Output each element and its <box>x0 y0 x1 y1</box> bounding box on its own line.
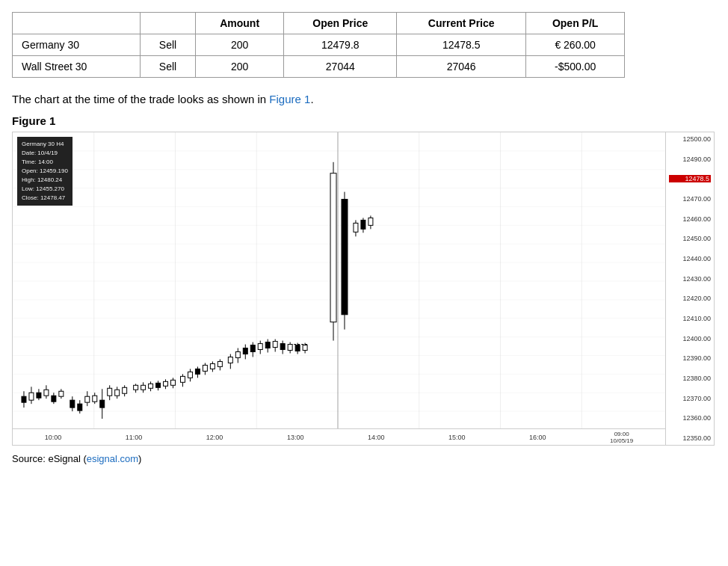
info-line: Time: 14:00 <box>22 158 68 167</box>
svg-rect-40 <box>85 396 90 402</box>
svg-rect-42 <box>93 396 97 402</box>
svg-rect-90 <box>280 344 285 350</box>
svg-rect-78 <box>235 352 240 358</box>
current-price: 12478.5 <box>397 34 526 56</box>
y-label: 12478.5 <box>669 175 711 182</box>
col-header-amount: Amount <box>195 13 284 34</box>
svg-rect-107 <box>368 218 373 225</box>
svg-rect-72 <box>210 363 215 369</box>
svg-rect-62 <box>171 380 176 385</box>
col-header-action <box>141 13 196 34</box>
svg-rect-68 <box>195 369 200 374</box>
x-label: 09:0010/05/19 <box>610 431 633 444</box>
y-label: 12490.00 <box>669 156 711 163</box>
svg-rect-48 <box>115 390 120 396</box>
y-label: 12420.00 <box>669 295 711 302</box>
info-line: Open: 12459.190 <box>22 167 68 176</box>
source-text: Source: eSignal (esignal.com) <box>12 453 716 464</box>
info-line: Date: 10/4/19 <box>22 149 68 158</box>
svg-rect-97 <box>303 345 307 351</box>
open-price: 27044 <box>284 56 397 78</box>
y-label: 12390.00 <box>669 354 711 362</box>
svg-rect-76 <box>228 357 232 363</box>
col-header-instrument <box>13 13 141 34</box>
svg-rect-74 <box>218 361 222 366</box>
svg-rect-93 <box>288 345 292 351</box>
svg-rect-46 <box>108 388 112 396</box>
table-row: Germany 30 Sell 200 12479.8 12478.5 € 26… <box>13 34 625 56</box>
x-label: 16:00 <box>529 434 546 441</box>
info-line: Low: 12455.270 <box>22 185 68 194</box>
svg-rect-58 <box>156 383 161 387</box>
y-label: 12500.00 <box>669 135 711 143</box>
col-header-open-price: Open Price <box>284 13 397 34</box>
y-axis: 12500.00 12490.00 12478.5 12470.00 12460… <box>665 132 714 445</box>
svg-rect-34 <box>59 391 64 396</box>
y-label: 12460.00 <box>669 215 711 223</box>
x-label: 11:00 <box>126 434 143 441</box>
open-pl: € 260.00 <box>526 34 625 56</box>
description-text-after: . <box>310 93 313 105</box>
instrument-name: Germany 30 <box>13 34 141 56</box>
svg-rect-50 <box>123 387 127 393</box>
svg-rect-64 <box>180 376 185 382</box>
info-line: Germany 30 H4 <box>22 140 68 149</box>
svg-rect-105 <box>361 220 365 229</box>
source-suffix: ) <box>138 453 141 464</box>
figure1-chart: Germany 30 H4 Date: 10/4/19 Time: 14:00 … <box>12 132 715 446</box>
svg-rect-26 <box>29 393 34 400</box>
x-label: 13:00 <box>287 434 304 441</box>
svg-rect-28 <box>37 393 41 398</box>
amount: 200 <box>195 34 284 56</box>
col-header-open-pl: Open P/L <box>526 13 625 34</box>
x-label: 12:00 <box>206 434 223 441</box>
y-label: 12400.00 <box>669 335 711 342</box>
svg-rect-86 <box>265 342 270 348</box>
col-header-current-price: Current Price <box>397 13 526 34</box>
svg-rect-44 <box>100 400 105 407</box>
figure1-link[interactable]: Figure 1 <box>269 93 310 105</box>
svg-rect-80 <box>243 348 247 354</box>
svg-rect-30 <box>44 390 49 396</box>
action: Sell <box>141 34 196 56</box>
y-label: 12360.00 <box>669 414 711 422</box>
svg-rect-101 <box>342 200 348 315</box>
open-price: 12479.8 <box>284 34 397 56</box>
instrument-name: Wall Street 30 <box>13 56 141 78</box>
y-label: 12350.00 <box>669 434 711 442</box>
action: Sell <box>141 56 196 78</box>
y-label: 12440.00 <box>669 255 711 262</box>
open-pl: -$500.00 <box>526 56 625 78</box>
description-text-before: The chart at the time of the trade looks… <box>12 93 269 105</box>
svg-rect-99 <box>330 173 336 322</box>
y-label: 12450.00 <box>669 235 711 242</box>
y-label: 12470.00 <box>669 195 711 203</box>
svg-rect-95 <box>295 345 300 351</box>
x-label: 10:00 <box>45 434 62 441</box>
info-line: High: 12480.24 <box>22 176 68 185</box>
svg-rect-66 <box>188 372 192 378</box>
svg-rect-82 <box>250 345 255 352</box>
y-label: 12380.00 <box>669 375 711 382</box>
y-label: 12370.00 <box>669 395 711 402</box>
svg-rect-24 <box>22 396 26 402</box>
svg-rect-32 <box>52 396 56 402</box>
x-axis: 10:00 11:00 12:00 13:00 14:00 15:00 16:0… <box>13 428 665 445</box>
svg-rect-60 <box>164 381 168 386</box>
svg-rect-84 <box>258 344 262 350</box>
svg-rect-38 <box>78 404 82 410</box>
trade-table: Amount Open Price Current Price Open P/L… <box>12 12 625 78</box>
svg-rect-54 <box>141 385 146 390</box>
svg-rect-70 <box>203 365 207 371</box>
current-price: 27046 <box>397 56 526 78</box>
esignal-link[interactable]: esignal.com <box>87 453 138 464</box>
svg-rect-103 <box>354 223 358 232</box>
chart-info-box: Germany 30 H4 Date: 10/4/19 Time: 14:00 … <box>17 137 73 206</box>
y-label: 12430.00 <box>669 275 711 283</box>
svg-rect-56 <box>149 384 153 388</box>
amount: 200 <box>195 56 284 78</box>
table-row: Wall Street 30 Sell 200 27044 27046 -$50… <box>13 56 625 78</box>
svg-rect-36 <box>70 400 75 407</box>
chart-canvas <box>13 132 665 428</box>
x-label: 15:00 <box>448 434 466 441</box>
